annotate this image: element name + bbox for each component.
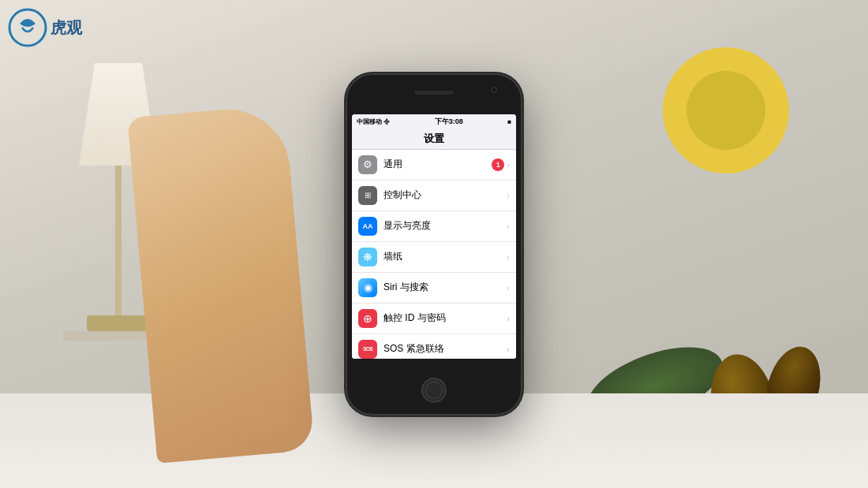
chevron-icon: › (507, 222, 510, 231)
settings-row-sos[interactable]: SOS SOS 紧急联络 › (352, 334, 516, 359)
touch-id-label: 触控 ID 与密码 (383, 311, 507, 325)
page-title: 设置 (424, 132, 444, 144)
siri-icon: ◉ (358, 278, 377, 297)
status-bar: 中国移动 令 下午3:08 ■ (352, 114, 516, 130)
display-icon: AA (358, 217, 377, 236)
status-battery: ■ (507, 118, 511, 125)
watermark: 虎观 (8, 8, 82, 47)
settings-row-general[interactable]: ⚙ 通用 1 › (352, 150, 516, 181)
settings-row-display[interactable]: AA 显示与亮度 › (352, 211, 516, 242)
sos-label: SOS 紧急联络 (383, 342, 507, 356)
display-right: › (507, 222, 510, 231)
yellow-decoration (647, 47, 805, 205)
settings-section-1: ⚙ 通用 1 › ⊞ 控制中心 › (352, 150, 516, 359)
control-center-icon: ⊞ (358, 186, 377, 205)
carrier-text: 中国移动 令 (357, 117, 390, 126)
wallpaper-icon: ❋ (358, 248, 377, 266)
speaker-grill (414, 91, 454, 95)
settings-list: ⚙ 通用 1 › ⊞ 控制中心 › (352, 150, 516, 359)
touch-id-icon: ⊕ (358, 309, 377, 328)
chevron-icon: › (507, 314, 510, 323)
chevron-icon: › (507, 252, 510, 262)
navigation-bar: 设置 (352, 130, 516, 150)
svg-point-0 (9, 9, 46, 46)
settings-row-wallpaper[interactable]: ❋ 墙纸 › (352, 242, 516, 273)
chevron-icon: › (507, 160, 510, 169)
status-time: 下午3:08 (435, 117, 463, 127)
siri-right: › (507, 283, 510, 292)
watermark-logo-icon (8, 8, 47, 47)
chevron-icon: › (507, 283, 510, 292)
settings-row-control-center[interactable]: ⊞ 控制中心 › (352, 181, 516, 211)
wallpaper-right: › (507, 252, 510, 262)
general-icon: ⚙ (358, 155, 377, 174)
home-button[interactable] (421, 378, 447, 403)
control-center-label: 控制中心 (383, 188, 507, 202)
sos-right: › (507, 345, 510, 354)
hand (142, 63, 363, 457)
settings-row-touch-id[interactable]: ⊕ 触控 ID 与密码 › (352, 304, 516, 334)
phone: 中国移动 令 下午3:08 ■ 设置 ⚙ 通用 (347, 75, 521, 414)
watermark-label: 虎观 (51, 17, 82, 39)
touch-id-right: › (507, 314, 510, 323)
siri-label: Siri 与搜索 (383, 281, 507, 294)
phone-screen: 中国移动 令 下午3:08 ■ 设置 ⚙ 通用 (352, 114, 516, 359)
iphone-body: 中国移动 令 下午3:08 ■ 设置 ⚙ 通用 (347, 75, 521, 414)
general-label: 通用 (383, 158, 492, 171)
chevron-icon: › (507, 345, 510, 354)
settings-row-siri[interactable]: ◉ Siri 与搜索 › (352, 273, 516, 304)
chevron-icon: › (507, 191, 510, 200)
wallpaper-label: 墙纸 (383, 250, 507, 263)
display-label: 显示与亮度 (383, 219, 507, 233)
sos-icon: SOS (358, 340, 377, 359)
status-carrier: 中国移动 令 (357, 117, 390, 126)
general-right: 1 › (492, 158, 510, 171)
general-badge: 1 (492, 158, 504, 171)
control-center-right: › (507, 191, 510, 200)
front-camera (491, 87, 497, 93)
